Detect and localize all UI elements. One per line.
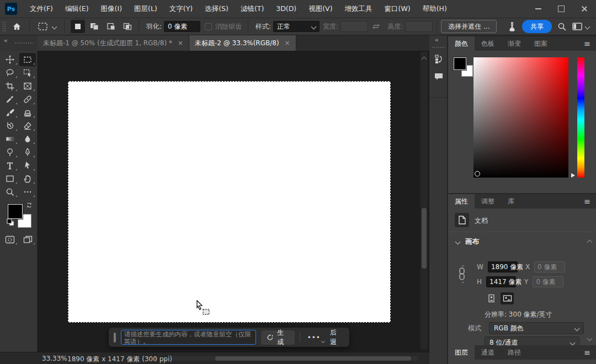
color-field-indicator[interactable] xyxy=(475,171,480,176)
collapse-toolbar-icon[interactable]: « xyxy=(4,37,7,44)
menu-item-3[interactable]: 图层(L) xyxy=(128,0,163,18)
taskbar-drag-handle[interactable] xyxy=(114,333,116,342)
default-colors-icon[interactable] xyxy=(7,218,14,226)
layers-panel-tab[interactable]: 路径 xyxy=(501,345,528,360)
width-field[interactable]: 1890 像素 xyxy=(488,261,518,272)
quick-mask-button[interactable] xyxy=(2,233,18,246)
type-tool[interactable] xyxy=(2,159,18,172)
back-button[interactable]: 后退 xyxy=(328,328,344,347)
subtract-from-selection-button[interactable] xyxy=(104,20,118,33)
foreground-color-swatch[interactable] xyxy=(8,204,23,219)
menu-item-5[interactable]: 选择(S) xyxy=(199,0,235,18)
feather-input[interactable]: 0 像素 xyxy=(164,21,200,32)
swap-dimensions-button[interactable] xyxy=(368,23,384,30)
vertical-scrollbar-thumb[interactable] xyxy=(422,208,427,269)
saturation-brightness-field[interactable] xyxy=(473,57,568,178)
hue-slider-icon[interactable] xyxy=(571,173,575,178)
screen-mode-button[interactable] xyxy=(19,233,36,246)
menu-item-1[interactable]: 编辑(E) xyxy=(59,0,95,18)
swap-colors-icon[interactable] xyxy=(26,202,33,208)
scroll-up-icon[interactable] xyxy=(422,55,426,63)
add-to-selection-button[interactable] xyxy=(87,20,102,33)
history-brush-tool[interactable] xyxy=(2,119,18,132)
menu-item-6[interactable]: 滤镜(T) xyxy=(235,0,270,18)
horizontal-scrollbar[interactable] xyxy=(172,356,418,361)
style-select[interactable]: 正常 xyxy=(273,21,320,32)
layers-panel-menu-icon[interactable]: ≡ xyxy=(578,345,596,360)
canvas-section-header[interactable]: 画布 xyxy=(456,237,479,247)
search-icon[interactable] xyxy=(557,22,567,31)
rectangle-tool[interactable] xyxy=(2,172,18,185)
height-field[interactable]: 1417 像素 xyxy=(486,276,516,287)
dodge-tool[interactable] xyxy=(2,146,18,159)
portrait-orientation-button[interactable] xyxy=(485,292,498,304)
menu-item-10[interactable]: 窗口(W) xyxy=(379,0,417,18)
menu-item-8[interactable]: 视图(V) xyxy=(302,0,338,18)
intersect-selection-button[interactable] xyxy=(120,20,135,33)
maximize-button[interactable] xyxy=(550,0,573,18)
hand-tool[interactable] xyxy=(19,172,36,185)
generative-fill-prompt-input[interactable]: 请描述您要生成的内容，或者随意留空（仅限英语）。 xyxy=(121,330,257,345)
zoom-tool[interactable] xyxy=(2,185,18,199)
zoom-level-field[interactable]: 33.33% xyxy=(42,355,67,362)
document-canvas[interactable] xyxy=(68,81,391,323)
link-dimensions-icon[interactable] xyxy=(458,264,466,285)
close-tab-icon[interactable]: × xyxy=(285,39,290,47)
color-panel-menu-icon[interactable]: ≡ xyxy=(578,36,596,51)
hue-strip[interactable] xyxy=(577,57,584,178)
document-tab-1[interactable]: 未标题-1 @ 50% (生成式图层 1, RGB/8) * × xyxy=(38,35,189,51)
menu-item-11[interactable]: 帮助(H) xyxy=(417,0,453,18)
close-tab-icon[interactable]: × xyxy=(178,39,183,47)
eyedropper-tool[interactable] xyxy=(2,93,18,106)
more-options-button[interactable]: ••• xyxy=(305,334,323,341)
object-selection-tool[interactable] xyxy=(19,66,36,79)
move-tool[interactable] xyxy=(2,53,18,66)
home-button[interactable] xyxy=(8,22,25,31)
workspace-switcher[interactable] xyxy=(572,23,589,30)
status-options-icon[interactable]: › xyxy=(155,354,157,362)
frame-tool[interactable] xyxy=(19,79,36,93)
width-input[interactable] xyxy=(340,21,368,32)
layers-panel-tab[interactable]: 图层 xyxy=(448,345,475,360)
eraser-tool[interactable] xyxy=(19,119,36,132)
clone-stamp-tool[interactable] xyxy=(19,106,36,119)
beta-features-icon[interactable] xyxy=(508,22,517,31)
menu-item-7[interactable]: 3D(D) xyxy=(270,0,302,18)
vertical-scrollbar[interactable] xyxy=(421,52,428,350)
antialias-checkbox[interactable] xyxy=(205,23,212,30)
minimize-button[interactable] xyxy=(526,0,550,18)
height-input[interactable] xyxy=(405,21,433,32)
canvas-workspace[interactable] xyxy=(38,51,429,352)
properties-panel-tab[interactable]: 调整 xyxy=(475,194,501,208)
generate-button[interactable]: 生成 xyxy=(261,330,294,345)
rectangular-marquee-tool[interactable] xyxy=(19,53,36,66)
spot-healing-brush-tool[interactable] xyxy=(19,93,36,106)
edit-toolbar-button[interactable] xyxy=(19,185,36,199)
lasso-tool[interactable] xyxy=(2,66,18,79)
document-tab-2[interactable]: 未标题-2 @ 33.3%(RGB/8) × xyxy=(189,35,296,51)
layers-panel-tab[interactable]: 通道 xyxy=(475,345,501,360)
properties-panel-menu-icon[interactable]: ≡ xyxy=(578,194,596,208)
blur-tool[interactable] xyxy=(19,132,36,146)
menu-item-4[interactable]: 文字(Y) xyxy=(163,0,199,18)
color-panel-tab[interactable]: 图案 xyxy=(528,36,554,51)
panel-scroll-up-icon[interactable] xyxy=(588,238,592,246)
landscape-orientation-button[interactable] xyxy=(501,292,514,304)
path-selection-tool[interactable] xyxy=(19,159,36,172)
collapse-panels-icon[interactable]: « xyxy=(435,36,438,44)
color-panel-tab[interactable]: 渐变 xyxy=(501,36,528,51)
crop-tool[interactable] xyxy=(2,79,18,93)
pen-tool[interactable] xyxy=(19,146,36,159)
share-button[interactable]: 共享 xyxy=(522,20,552,33)
new-selection-button[interactable] xyxy=(71,20,85,33)
panel-foreground-swatch[interactable] xyxy=(454,57,466,70)
panel-scroll-down-icon[interactable] xyxy=(588,334,592,342)
brush-tool[interactable] xyxy=(2,106,18,119)
menu-item-2[interactable]: 图像(I) xyxy=(95,0,128,18)
close-button[interactable] xyxy=(573,0,596,18)
comments-panel-icon[interactable] xyxy=(432,69,445,83)
properties-panel-tab[interactable]: 属性 xyxy=(448,194,475,208)
menu-item-9[interactable]: 增效工具 xyxy=(339,0,379,18)
scroll-left-icon[interactable]: ‹ xyxy=(163,354,166,362)
color-panel-tab[interactable]: 色板 xyxy=(475,36,501,51)
